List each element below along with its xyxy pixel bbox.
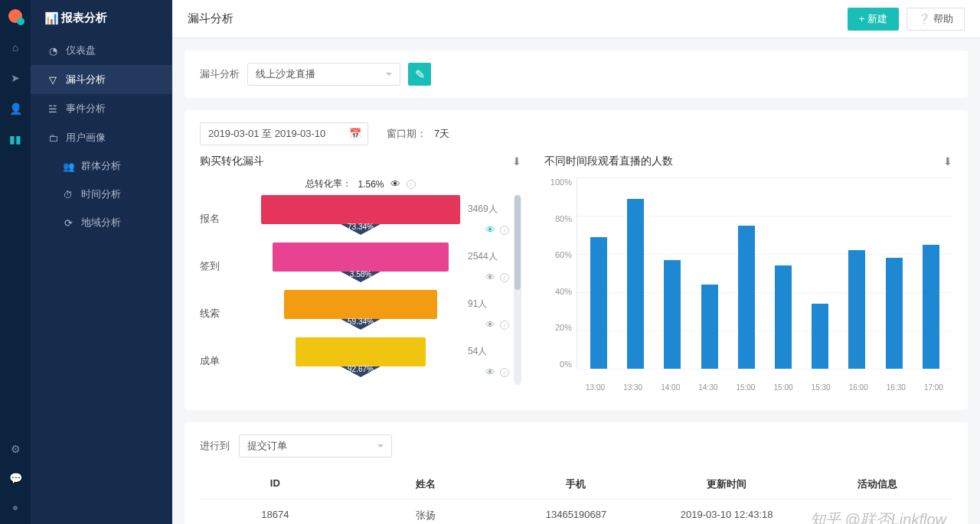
rail-chat-icon[interactable]: 💬 [9, 472, 22, 484]
funnel-title: 购买转化漏斗 [200, 155, 264, 168]
table-header-row: ID姓名手机更新时间活动信息 [200, 470, 952, 500]
sidebar-sub-region[interactable]: ⟳ 地域分析 [31, 209, 172, 237]
funnel-bar [296, 337, 426, 366]
rail-avatar-icon[interactable]: ● [12, 501, 18, 513]
funnel-bar [261, 195, 460, 224]
x-tick: 16:00 [843, 383, 874, 392]
y-tick: 20% [555, 323, 572, 332]
rail-gear-icon[interactable]: ⚙ [11, 443, 21, 455]
group-icon: 👥 [63, 161, 74, 172]
info-icon[interactable]: i [407, 180, 416, 189]
funnel-select[interactable]: 线上沙龙直播 [247, 63, 400, 86]
sidebar-title: 📊 报表分析 [31, 0, 172, 36]
sidebar-item-label: 漏斗分析 [66, 73, 106, 86]
download-funnel-icon[interactable]: ⬇ [512, 155, 521, 168]
rail-home-icon[interactable]: ⌂ [12, 41, 18, 54]
chart-bar [738, 226, 755, 369]
x-tick: 15:30 [805, 383, 836, 392]
table-header-cell: 姓名 [351, 477, 501, 491]
help-button[interactable]: ❔ 帮助 [906, 8, 965, 31]
y-tick: 80% [555, 214, 572, 223]
chart-bar [848, 250, 865, 369]
sidebar-item-event[interactable]: ☱ 事件分析 [31, 94, 172, 123]
funnel-conv-rate: 73.34% [348, 223, 374, 231]
table-header-cell: ID [200, 477, 351, 491]
sidebar: 📊 报表分析 ◔ 仪表盘 ▽ 漏斗分析 ☱ 事件分析 🗀 用户画像 👥 群体分析… [31, 0, 172, 524]
funnel-eye-icon[interactable]: 👁i [485, 272, 509, 283]
table-header-cell: 更新时间 [652, 477, 802, 491]
funnel-step-label: 报名 [200, 195, 253, 242]
sidebar-sub-time[interactable]: ⏱ 时间分析 [31, 181, 172, 209]
edit-funnel-button[interactable]: ✎ [408, 63, 431, 86]
funnel-eye-icon[interactable]: 👁i [485, 224, 509, 236]
sidebar-item-label: 事件分析 [66, 102, 106, 116]
chart-bar [886, 258, 903, 369]
x-tick: 15:00 [730, 383, 761, 392]
x-tick: 17:00 [918, 383, 949, 392]
sidebar-sub-group[interactable]: 👥 群体分析 [31, 152, 172, 181]
data-table: ID姓名手机更新时间活动信息 18674张扬134651906872019-03… [200, 470, 952, 524]
date-range-input[interactable]: 2019-03-01 至 2019-03-10 [200, 122, 368, 145]
sidebar-item-funnel[interactable]: ▽ 漏斗分析 [31, 65, 172, 94]
sidebar-item-label: 群体分析 [81, 160, 121, 173]
funnel-select-panel: 漏斗分析 线上沙龙直播 ✎ [185, 50, 968, 98]
x-tick: 13:30 [618, 383, 648, 392]
content: 漏斗分析 线上沙龙直播 ✎ 2019-03-01 至 2019-03-10 窗口… [172, 38, 980, 524]
funnel-bar [273, 242, 449, 272]
funnel-scrollbar[interactable] [514, 195, 521, 385]
table-row[interactable]: 18674张扬134651906872019-03-10 12:43:18 [200, 500, 952, 524]
table-cell: 13465190687 [501, 509, 652, 522]
rail-send-icon[interactable]: ➤ [11, 72, 20, 84]
x-tick: 15:00 [768, 383, 799, 392]
sidebar-item-user-profile[interactable]: 🗀 用户画像 [31, 123, 172, 152]
table-header-cell: 活动信息 [802, 477, 952, 491]
x-tick: 14:00 [655, 383, 686, 392]
rail-user-icon[interactable]: 👤 [9, 103, 22, 115]
window-value: 7天 [434, 127, 449, 141]
charts-panel: 2019-03-01 至 2019-03-10 窗口期： 7天 购买转化漏斗 ⬇… [185, 110, 968, 410]
new-button[interactable]: + 新建 [848, 8, 899, 31]
funnel-step-label: 成单 [200, 337, 253, 385]
sidebar-item-label: 用户画像 [66, 131, 106, 145]
funnel-icon: ▽ [47, 74, 58, 86]
rail-chart-icon[interactable]: ▮▮ [9, 133, 21, 145]
chart-bar [627, 199, 644, 369]
date-range-value: 2019-03-01 至 2019-03-10 [208, 127, 325, 141]
sidebar-item-label: 地域分析 [81, 216, 121, 229]
funnel-conv-rate: 59.34% [348, 317, 374, 326]
barchart-title: 不同时间段观看直播的人数 [544, 155, 673, 168]
chart-bar [701, 285, 718, 369]
main: 漏斗分析 + 新建 ❔ 帮助 漏斗分析 线上沙龙直播 ✎ [172, 0, 980, 524]
funnel-bar [284, 290, 437, 319]
funnel-select-label: 漏斗分析 [200, 67, 240, 81]
eye-icon[interactable]: 👁 [390, 178, 400, 190]
overall-rate-label: 总转化率： [305, 177, 351, 190]
table-filter-value: 提交订单 [247, 439, 287, 453]
chart-bar [664, 260, 681, 369]
sidebar-item-label: 仪表盘 [66, 44, 96, 57]
sidebar-item-dashboard[interactable]: ◔ 仪表盘 [31, 36, 172, 65]
chart-bar [775, 265, 792, 369]
y-tick: 40% [555, 287, 572, 296]
bar-chart: 100%80%60%40%20%0% 13:0013:3014:0014:301… [544, 177, 952, 392]
table-filter-label: 进行到 [200, 439, 230, 453]
funnel-eye-icon[interactable]: 👁i [485, 366, 509, 378]
topbar: 漏斗分析 + 新建 ❔ 帮助 [172, 0, 980, 38]
x-tick: 13:00 [580, 383, 611, 392]
chart-bar [590, 237, 607, 369]
chart-bar [812, 304, 828, 369]
edit-icon: ✎ [415, 67, 425, 82]
download-barchart-icon[interactable]: ⬇ [943, 155, 952, 168]
folder-icon: 🗀 [47, 132, 58, 144]
funnel-step-label: 线索 [200, 290, 253, 337]
funnel-eye-icon[interactable]: 👁i [485, 319, 509, 330]
funnel-scrollbar-thumb[interactable] [514, 195, 521, 290]
table-header-cell: 手机 [501, 477, 652, 491]
table-filter-select[interactable]: 提交订单 [239, 434, 392, 457]
funnel-conv-rate: 3.58% [350, 270, 371, 278]
new-button-label: + 新建 [859, 12, 887, 26]
overall-rate-value: 1.56% [358, 179, 384, 190]
region-icon: ⟳ [63, 217, 74, 229]
window-label: 窗口期： [387, 127, 426, 141]
help-button-label: 帮助 [933, 12, 953, 26]
